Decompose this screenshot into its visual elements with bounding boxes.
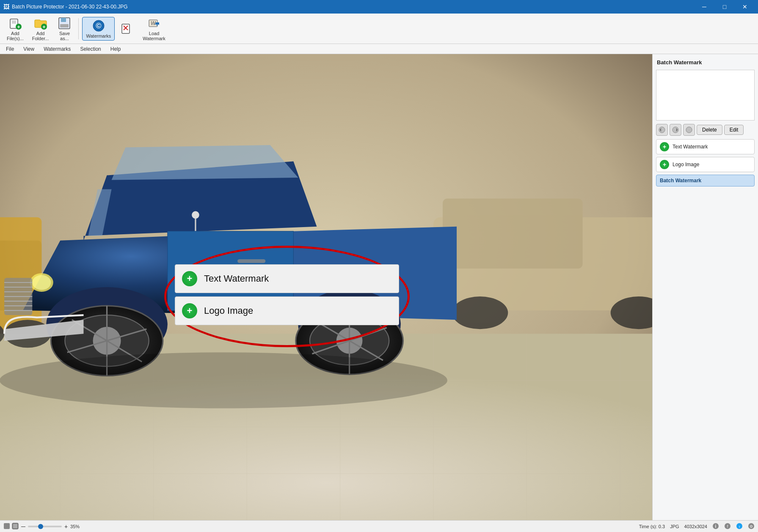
title-bar: 🖼 Batch Picture Protector - 2021-06-30 2…: [0, 0, 758, 14]
window-title: Batch Picture Protector - 2021-06-30 22-…: [12, 4, 127, 10]
svg-point-35: [452, 296, 508, 329]
panel-text-watermark-plus: +: [660, 142, 669, 151]
save-as-button[interactable]: Save as...: [54, 15, 75, 43]
menu-selection[interactable]: Selection: [76, 45, 105, 53]
toolbar-separator-1: [78, 18, 79, 39]
svg-rect-1: [12, 21, 16, 22]
menu-watermarks[interactable]: Watermarks: [39, 45, 75, 53]
svg-rect-64: [237, 259, 265, 263]
panel-text-watermark-label: Text Watermark: [673, 144, 708, 150]
save-as-label: Save as...: [59, 31, 70, 41]
format-display: JPG: [670, 524, 679, 529]
remove-button[interactable]: [116, 20, 138, 38]
logo-image-popup-label: Logo Image: [204, 305, 253, 316]
add-files-button[interactable]: + Add File(s)...: [3, 15, 27, 43]
close-button[interactable]: ✕: [735, 0, 755, 14]
remove-icon: [120, 22, 134, 35]
status-icon-info: i: [712, 523, 719, 530]
svg-point-63: [192, 211, 199, 219]
zoom-minus-btn[interactable]: ─: [20, 523, 26, 530]
watermarks-button[interactable]: © Watermarks: [82, 17, 115, 41]
watermarks-icon: ©: [92, 19, 105, 33]
text-watermark-popup-label: Text Watermark: [204, 273, 269, 284]
status-icon-settings[interactable]: ⚙: [748, 523, 755, 530]
panel-edit-btn[interactable]: Edit: [724, 125, 744, 135]
zoom-thumb[interactable]: [38, 524, 43, 529]
panel-batch-watermark-label: Batch Watermark: [660, 178, 701, 184]
toolbar: + Add File(s)... + Add Folder... Save as…: [0, 14, 758, 44]
panel-text-watermark-item[interactable]: + Text Watermark: [656, 139, 755, 154]
app-icon: 🖼: [3, 3, 9, 10]
add-folder-label: Add Folder...: [32, 31, 49, 41]
image-area: + Text Watermark + Logo Image: [0, 54, 652, 520]
minimize-button[interactable]: ─: [695, 0, 714, 14]
status-bar: ─ + 35% Time (s): 0.3 JPG 4032x3024 i f …: [0, 520, 758, 532]
panel-logo-image-plus: +: [660, 160, 669, 169]
svg-rect-9: [60, 24, 69, 27]
add-files-icon: +: [8, 16, 22, 30]
menu-bar: File View Watermarks Selection Help: [0, 44, 758, 54]
panel-batch-watermark-item[interactable]: Batch Watermark: [656, 175, 755, 186]
svg-text:+: +: [42, 24, 45, 30]
right-panel: Batch Watermark Delete Edit + Text Water…: [652, 54, 758, 520]
zoom-slider[interactable]: [28, 526, 62, 527]
status-icon-twitter: t: [736, 523, 743, 530]
svg-rect-2: [12, 22, 16, 23]
time-display: Time (s): 0.3: [639, 524, 665, 529]
panel-delete-btn[interactable]: Delete: [697, 125, 722, 135]
zoom-level: 35%: [70, 524, 80, 529]
menu-view[interactable]: View: [19, 45, 39, 53]
svg-point-67: [686, 127, 692, 133]
maximize-button[interactable]: □: [715, 0, 734, 14]
add-files-label: Add File(s)...: [7, 31, 24, 41]
svg-rect-68: [4, 523, 10, 529]
panel-circle-btn[interactable]: [683, 124, 695, 136]
status-icon-2: [12, 523, 19, 530]
load-watermark-icon: W: [147, 16, 161, 30]
logo-image-popup-btn[interactable]: + Logo Image: [175, 296, 399, 325]
add-folder-icon: +: [34, 16, 47, 30]
text-watermark-popup-btn[interactable]: + Text Watermark: [175, 264, 399, 293]
svg-text:+: +: [17, 24, 20, 30]
panel-arrow-right-btn[interactable]: [670, 124, 681, 136]
svg-rect-70: [13, 524, 17, 528]
svg-text:⚙: ⚙: [750, 524, 753, 529]
status-bar-left: ─ + 35%: [3, 523, 636, 530]
svg-point-61: [0, 352, 447, 408]
text-watermark-plus-icon: +: [182, 271, 197, 286]
panel-title: Batch Watermark: [656, 58, 755, 67]
logo-image-plus-icon: +: [182, 303, 197, 318]
add-folder-button[interactable]: + Add Folder...: [29, 15, 52, 43]
watermarks-label: Watermarks: [86, 33, 111, 38]
zoom-plus-btn[interactable]: +: [63, 523, 69, 530]
svg-rect-12: [122, 24, 130, 33]
menu-file[interactable]: File: [2, 45, 18, 53]
save-as-icon: [58, 16, 71, 30]
svg-point-52: [32, 275, 51, 290]
panel-preview-area: [656, 70, 755, 121]
status-icon-1: [3, 523, 10, 530]
load-watermark-button[interactable]: W Load Watermark: [139, 15, 168, 43]
panel-logo-image-label: Logo Image: [673, 162, 699, 167]
svg-text:i: i: [715, 524, 717, 529]
watermark-popup: + Text Watermark + Logo Image: [175, 264, 399, 329]
svg-rect-34: [443, 199, 583, 269]
svg-text:©: ©: [96, 22, 101, 30]
panel-toolbar: Delete Edit: [656, 123, 755, 137]
panel-arrow-left-btn[interactable]: [656, 124, 668, 136]
panel-logo-image-item[interactable]: + Logo Image: [656, 157, 755, 172]
load-watermark-label: Load Watermark: [143, 31, 165, 41]
status-bar-right: Time (s): 0.3 JPG 4032x3024 i f t ⚙: [639, 523, 755, 530]
dimensions-display: 4032x3024: [684, 524, 707, 529]
menu-help[interactable]: Help: [106, 45, 125, 53]
window-controls: ─ □ ✕: [695, 0, 755, 14]
main-content: + Text Watermark + Logo Image Batch Wate…: [0, 54, 758, 520]
status-icon-share: f: [724, 523, 731, 530]
svg-rect-8: [61, 18, 66, 22]
